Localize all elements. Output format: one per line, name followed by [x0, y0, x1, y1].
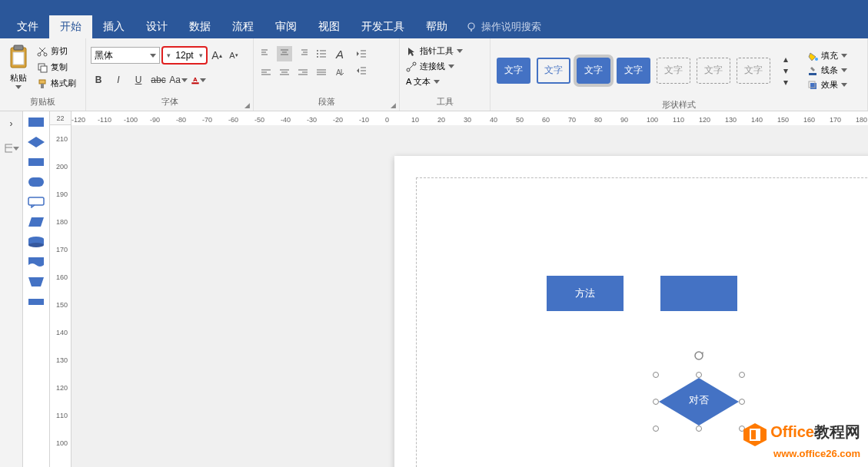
- style-thumb-6[interactable]: 文字: [697, 58, 730, 84]
- effect-button[interactable]: 效果: [806, 78, 849, 91]
- bold-button[interactable]: B: [91, 72, 106, 88]
- align-left-button[interactable]: [258, 65, 274, 80]
- tab-data[interactable]: 数据: [178, 15, 221, 38]
- style-gallery-more[interactable]: ▾: [778, 77, 793, 88]
- decision-label: 对否: [656, 375, 742, 426]
- svg-point-5: [38, 53, 41, 56]
- watermark-logo-icon: [742, 422, 768, 448]
- fill-button[interactable]: 填充: [806, 49, 849, 62]
- justify-button[interactable]: [314, 65, 329, 80]
- shape-rect2-thumb[interactable]: [27, 156, 45, 168]
- shape-diamond-thumb[interactable]: [27, 136, 45, 148]
- align-center-button[interactable]: [277, 65, 292, 80]
- text-tool-button[interactable]: A 文本: [404, 75, 441, 88]
- style-gallery-down[interactable]: ▾: [778, 65, 793, 76]
- align-right-button[interactable]: [295, 65, 311, 80]
- tab-insert[interactable]: 插入: [92, 15, 135, 38]
- style-thumb-3[interactable]: 文字: [577, 58, 610, 84]
- decrease-indent-button[interactable]: [354, 46, 369, 61]
- svg-point-24: [317, 50, 318, 51]
- connector-tool-button[interactable]: 连接线: [404, 60, 456, 73]
- expand-shapes-button[interactable]: ›: [4, 116, 19, 131]
- shape-para-thumb[interactable]: [27, 216, 45, 228]
- shape-callout-thumb[interactable]: [27, 196, 45, 208]
- vertical-ruler: 210200190180170160150140130120110100: [50, 125, 72, 467]
- tab-review[interactable]: 审阅: [264, 15, 308, 38]
- style-thumb-4[interactable]: 文字: [617, 58, 650, 84]
- svg-line-8: [39, 48, 45, 53]
- shape-document-thumb[interactable]: [27, 256, 45, 268]
- group-clipboard: 粘贴 剪切 复制 格式刷 剪贴板: [0, 38, 86, 111]
- tab-developer[interactable]: 开发工具: [351, 15, 415, 38]
- tab-design[interactable]: 设计: [135, 15, 178, 38]
- text-direction-button[interactable]: A: [332, 65, 348, 80]
- increase-indent-button[interactable]: [354, 63, 369, 78]
- rotate-handle[interactable]: [693, 349, 705, 362]
- paragraph-launcher[interactable]: ◢: [391, 101, 396, 109]
- tab-process[interactable]: 流程: [221, 15, 264, 38]
- handle-s[interactable]: [696, 426, 702, 432]
- font-name-dropdown-icon: [150, 54, 156, 58]
- align-top-right-button[interactable]: [295, 46, 311, 61]
- style-thumb-2[interactable]: 文字: [537, 58, 570, 84]
- handle-e[interactable]: [739, 399, 745, 405]
- style-thumb-5[interactable]: 文字: [657, 58, 690, 84]
- style-thumb-7[interactable]: 文字: [737, 58, 770, 84]
- font-size-combo[interactable]: ▾ 12pt ▾: [161, 46, 208, 65]
- align-top-left-button[interactable]: [258, 46, 274, 61]
- shape-cylinder-thumb[interactable]: [27, 236, 45, 248]
- tab-help[interactable]: 帮助: [415, 15, 458, 38]
- canvas[interactable]: 方法 对否: [72, 125, 868, 467]
- rotate-icon: [693, 349, 705, 362]
- svg-point-6: [44, 53, 47, 56]
- group-tools: 指针工具 连接线 A 文本 工具: [400, 38, 491, 111]
- change-case-button[interactable]: Aa: [171, 72, 186, 88]
- bullets-button[interactable]: [314, 46, 329, 61]
- shape-process-2[interactable]: [660, 276, 737, 311]
- svg-rect-58: [28, 118, 44, 127]
- svg-text:A: A: [193, 76, 198, 83]
- format-painter-button[interactable]: 格式刷: [35, 77, 78, 90]
- paste-button[interactable]: 粘贴: [5, 43, 32, 91]
- shape-rect3-thumb[interactable]: [27, 296, 45, 308]
- font-name-combo[interactable]: 黑体: [91, 47, 160, 64]
- shape-rounded-thumb[interactable]: [27, 176, 45, 188]
- tab-file[interactable]: 文件: [6, 15, 49, 38]
- align-top-center-button[interactable]: [277, 46, 292, 61]
- strikethrough-button[interactable]: abc: [151, 72, 166, 88]
- stencil-button[interactable]: [4, 141, 19, 156]
- svg-rect-14: [191, 82, 198, 84]
- cut-button[interactable]: 剪切: [35, 45, 78, 58]
- handle-nw[interactable]: [653, 372, 659, 378]
- italic-button[interactable]: I: [111, 72, 126, 88]
- shape-trap-thumb[interactable]: [27, 276, 45, 288]
- tab-view[interactable]: 视图: [308, 15, 351, 38]
- style-thumb-1[interactable]: 文字: [497, 58, 530, 84]
- increase-font-button[interactable]: A▴: [209, 48, 224, 63]
- shape-process-1[interactable]: 方法: [547, 276, 624, 311]
- pointer-tool-button[interactable]: 指针工具: [404, 45, 464, 58]
- shape-decision-selected[interactable]: 对否: [656, 371, 742, 432]
- paste-dropdown-icon: [15, 85, 22, 89]
- copy-button[interactable]: 复制: [35, 61, 78, 74]
- svg-point-50: [413, 62, 416, 65]
- svg-rect-54: [810, 83, 816, 89]
- font-grow-a-button[interactable]: A: [332, 46, 348, 61]
- tab-home[interactable]: 开始: [49, 15, 92, 38]
- handle-sw[interactable]: [653, 426, 659, 432]
- underline-button[interactable]: U: [131, 72, 146, 88]
- shape-rect-thumb[interactable]: [27, 116, 45, 128]
- font-color-button[interactable]: A: [191, 72, 206, 88]
- font-launcher[interactable]: ◢: [244, 101, 250, 109]
- style-gallery-up[interactable]: ▴: [778, 54, 793, 65]
- effect-label: 效果: [821, 79, 838, 91]
- decrease-font-button[interactable]: A▾: [226, 48, 241, 63]
- svg-point-26: [317, 53, 318, 55]
- tell-me-search[interactable]: 操作说明搜索: [466, 20, 541, 34]
- svg-rect-12: [41, 84, 44, 88]
- handle-n[interactable]: [696, 372, 702, 378]
- handle-w[interactable]: [653, 399, 659, 405]
- line-button[interactable]: 线条: [806, 64, 849, 77]
- workspace: › 22 -120-110-100-90-80-70-60-50-40-30-2…: [0, 111, 868, 467]
- handle-ne[interactable]: [739, 372, 745, 378]
